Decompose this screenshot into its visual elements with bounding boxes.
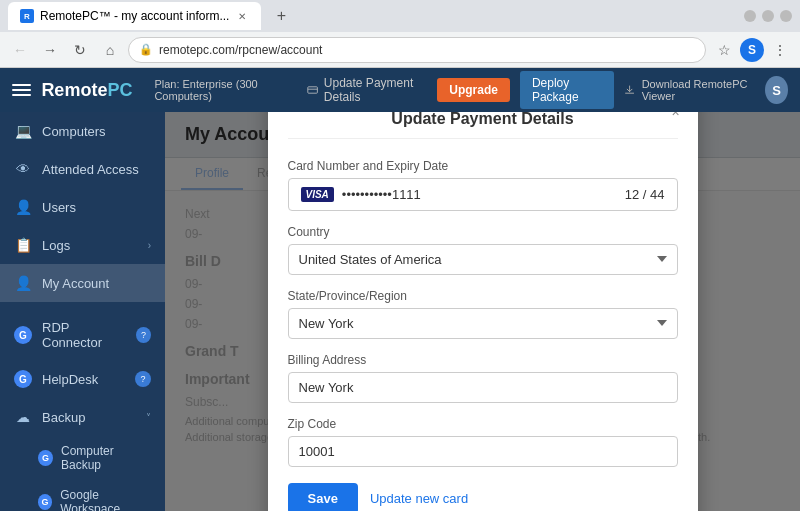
sidebar-item-rdp-connector[interactable]: G RDP Connector ? — [0, 310, 165, 360]
billing-address-group: Billing Address — [288, 353, 678, 403]
computers-icon: 💻 — [14, 122, 32, 140]
tab-title: RemotePC™ - my account inform... — [40, 9, 229, 23]
deploy-package-button[interactable]: Deploy Package — [520, 71, 615, 109]
helpdesk-badge: ? — [135, 371, 151, 387]
country-label: Country — [288, 225, 678, 239]
home-button[interactable]: ⌂ — [98, 38, 122, 62]
rdp-badge: ? — [136, 327, 151, 343]
close-button[interactable] — [780, 10, 792, 22]
logo-pc: PC — [107, 80, 132, 100]
user-avatar[interactable]: S — [765, 76, 788, 104]
sidebar-label-computers: Computers — [42, 124, 106, 139]
zip-code-group: Zip Code — [288, 417, 678, 467]
modal-overlay: × Update Payment Details Card Number and… — [165, 112, 800, 511]
sidebar-item-my-account[interactable]: 👤 My Account — [0, 264, 165, 302]
zip-code-label: Zip Code — [288, 417, 678, 431]
update-payment-details-button[interactable]: Update Payment Details — [307, 76, 428, 104]
state-group: State/Province/Region New York Californi… — [288, 289, 678, 339]
card-number-label: Card Number and Expiry Date — [288, 159, 678, 173]
url-text: remotepc.com/rpcnew/account — [159, 43, 322, 57]
payment-icon — [307, 83, 318, 97]
download-label: Download RemotePC Viewer — [642, 78, 756, 102]
sidebar-label-google-workspace: Google Workspace — [60, 488, 151, 511]
sidebar-label-logs: Logs — [42, 238, 70, 253]
lock-icon: 🔒 — [139, 43, 153, 56]
rdp-connector-icon: G — [14, 326, 32, 344]
top-nav: RemotePC Plan: Enterprise (300 Computers… — [0, 68, 800, 112]
update-payment-label: Update Payment Details — [324, 76, 427, 104]
backup-icon: ☁ — [14, 408, 32, 426]
sidebar-label-attended-access: Attended Access — [42, 162, 139, 177]
attended-access-icon: 👁 — [14, 160, 32, 178]
sidebar-item-logs[interactable]: 📋 Logs › — [0, 226, 165, 264]
computer-backup-icon: G — [38, 450, 53, 466]
new-tab-button[interactable]: + — [269, 4, 293, 28]
logo-remote: Remote — [41, 80, 107, 100]
sidebar-label-rdp-connector: RDP Connector — [42, 320, 126, 350]
sidebar-item-computer-backup[interactable]: G Computer Backup — [0, 436, 165, 480]
modal-actions: Save Update new card — [288, 483, 678, 512]
users-icon: 👤 — [14, 198, 32, 216]
sidebar-item-users[interactable]: 👤 Users — [0, 188, 165, 226]
sidebar-item-google-workspace[interactable]: G Google Workspace — [0, 480, 165, 511]
backup-chevron: ˅ — [146, 412, 151, 423]
card-number-value: •••••••••••1111 — [342, 187, 625, 202]
sidebar-label-computer-backup: Computer Backup — [61, 444, 151, 472]
logs-chevron: › — [148, 240, 151, 251]
hamburger-menu[interactable] — [12, 84, 31, 96]
logs-icon: 📋 — [14, 236, 32, 254]
sidebar-item-attended-access[interactable]: 👁 Attended Access — [0, 150, 165, 188]
country-group: Country United States of America Canada … — [288, 225, 678, 275]
browser-tab[interactable]: R RemotePC™ - my account inform... ✕ — [8, 2, 261, 30]
country-select[interactable]: United States of America Canada United K… — [288, 244, 678, 275]
sidebar-label-my-account: My Account — [42, 276, 109, 291]
my-account-icon: 👤 — [14, 274, 32, 292]
zip-code-input[interactable] — [288, 436, 678, 467]
menu-button[interactable]: ⋮ — [768, 38, 792, 62]
browser-toolbar: ← → ↻ ⌂ 🔒 remotepc.com/rpcnew/account ☆ … — [0, 32, 800, 68]
tab-close-button[interactable]: ✕ — [235, 9, 249, 23]
card-expiry-value: 12 / 44 — [625, 187, 665, 202]
card-number-group: Card Number and Expiry Date VISA •••••••… — [288, 159, 678, 211]
save-button[interactable]: Save — [288, 483, 358, 512]
download-icon — [624, 83, 635, 97]
state-label: State/Province/Region — [288, 289, 678, 303]
logo: RemotePC — [41, 80, 132, 101]
sidebar-item-computers[interactable]: 💻 Computers — [0, 112, 165, 150]
helpdesk-icon: G — [14, 370, 32, 388]
bookmark-button[interactable]: ☆ — [712, 38, 736, 62]
visa-badge: VISA — [301, 187, 334, 202]
tab-favicon: R — [20, 9, 34, 23]
forward-button[interactable]: → — [38, 38, 62, 62]
svg-rect-0 — [307, 87, 317, 93]
minimize-button[interactable] — [744, 10, 756, 22]
profile-avatar[interactable]: S — [740, 38, 764, 62]
modal-title: Update Payment Details — [288, 112, 678, 139]
main-content: 💻 Computers 👁 Attended Access 👤 Users 📋 … — [0, 112, 800, 511]
address-bar[interactable]: 🔒 remotepc.com/rpcnew/account — [128, 37, 706, 63]
card-display: VISA •••••••••••1111 12 / 44 — [288, 178, 678, 211]
download-viewer-button[interactable]: Download RemotePC Viewer — [624, 78, 755, 102]
google-workspace-icon: G — [38, 494, 52, 510]
refresh-button[interactable]: ↻ — [68, 38, 92, 62]
maximize-button[interactable] — [762, 10, 774, 22]
update-payment-modal: × Update Payment Details Card Number and… — [268, 112, 698, 511]
back-button[interactable]: ← — [8, 38, 32, 62]
app-container: RemotePC Plan: Enterprise (300 Computers… — [0, 68, 800, 511]
sidebar-label-users: Users — [42, 200, 76, 215]
state-select[interactable]: New York California Texas Florida — [288, 308, 678, 339]
billing-address-input[interactable] — [288, 372, 678, 403]
upgrade-button[interactable]: Upgrade — [437, 78, 510, 102]
content-area: My Account Profile Rem... ...space Micro… — [165, 112, 800, 511]
sidebar: 💻 Computers 👁 Attended Access 👤 Users 📋 … — [0, 112, 165, 511]
sidebar-item-backup[interactable]: ☁ Backup ˅ — [0, 398, 165, 436]
sidebar-item-helpdesk[interactable]: G HelpDesk ? — [0, 360, 165, 398]
browser-titlebar: R RemotePC™ - my account inform... ✕ + — [0, 0, 800, 32]
toolbar-actions: ☆ S ⋮ — [712, 38, 792, 62]
sidebar-label-helpdesk: HelpDesk — [42, 372, 98, 387]
update-new-card-link[interactable]: Update new card — [370, 491, 468, 506]
billing-address-label: Billing Address — [288, 353, 678, 367]
sidebar-label-backup: Backup — [42, 410, 85, 425]
plan-info: Plan: Enterprise (300 Computers) — [154, 78, 286, 102]
